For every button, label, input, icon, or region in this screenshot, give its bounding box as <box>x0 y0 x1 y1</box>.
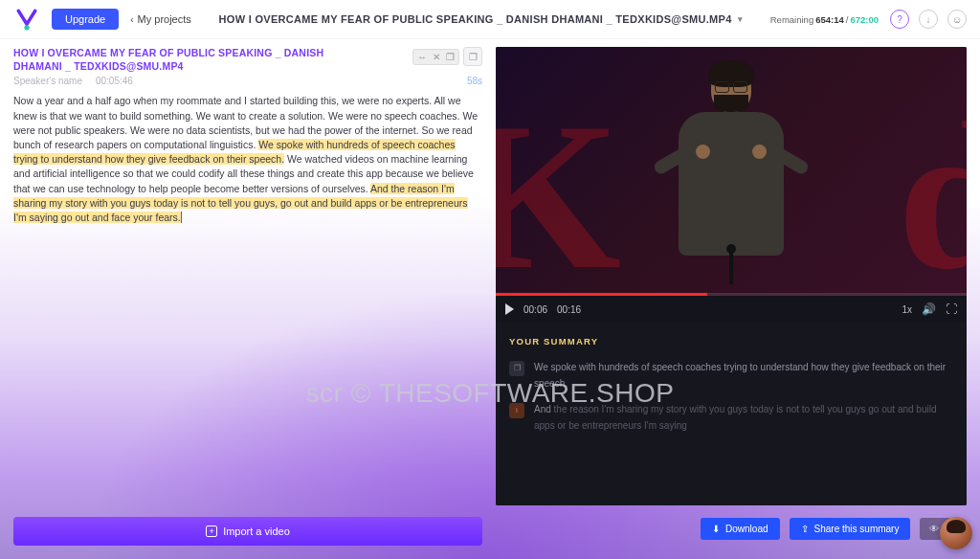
play-button[interactable] <box>505 303 514 315</box>
caret-down-icon: ▾ <box>738 14 743 24</box>
playback-speed[interactable]: 1x <box>902 304 912 315</box>
user-avatar[interactable] <box>940 517 972 549</box>
download-icon[interactable]: ↓ <box>919 10 938 29</box>
back-label: My projects <box>138 13 191 25</box>
svg-point-0 <box>24 25 29 30</box>
download-icon: ⬇ <box>712 524 720 534</box>
microphone-icon <box>729 250 733 284</box>
back-to-projects-link[interactable]: ‹ My projects <box>130 13 191 25</box>
video-progress[interactable] <box>496 293 967 296</box>
transcript-title: HOW I OVERCAME MY FEAR OF PUBLIC SPEAKIN… <box>13 47 358 73</box>
summary-row[interactable]: i And the reason I'm sharing my story wi… <box>509 401 953 434</box>
timestamp: 00:05:46 <box>96 76 133 86</box>
summary-badge: ❐ <box>509 361 524 376</box>
summary-row[interactable]: ❐ We spoke with hundreds of speech coach… <box>509 359 953 391</box>
video-controls: 00:06 00:16 1x 🔊 ⛶ <box>496 296 967 323</box>
speaker-figure <box>659 64 803 275</box>
account-icon[interactable]: ☺ <box>947 10 967 29</box>
import-video-button[interactable]: + Import a video <box>13 517 482 546</box>
video-preview[interactable]: K d <box>496 47 967 296</box>
share-summary-button[interactable]: ⇪ Share this summary <box>790 518 911 540</box>
upgrade-button[interactable]: Upgrade <box>52 9 119 30</box>
app-logo[interactable] <box>13 6 40 33</box>
plus-icon: + <box>206 525 217 537</box>
summary-panel: YOUR SUMMARY ❐ We spoke with hundreds of… <box>496 323 967 505</box>
fullscreen-icon[interactable]: ⛶ <box>946 302 957 316</box>
eye-icon: 👁 <box>929 524 939 534</box>
transcript-meta: Speaker's name 00:05:46 58s <box>13 76 482 86</box>
chevron-left-icon: ‹ <box>130 14 133 25</box>
video-total-time: 00:16 <box>557 304 581 315</box>
volume-icon[interactable]: 🔊 <box>922 302 936 316</box>
summary-heading: YOUR SUMMARY <box>509 334 953 349</box>
action-bar: ⬇ Download ⇪ Share this summary 👁 0 <box>496 511 967 546</box>
video-current-time: 00:06 <box>523 304 547 315</box>
share-icon: ⇪ <box>801 524 809 534</box>
app-header: Upgrade ‹ My projects HOW I OVERCAME MY … <box>0 0 980 39</box>
remaining-time: Remaining 654:14/ 672:00 <box>770 14 879 25</box>
video-card: K d 00:06 00:16 <box>496 47 967 505</box>
move-handle-icon[interactable]: ↔ <box>417 52 427 62</box>
copy-segment-button[interactable]: ❐ <box>463 47 482 66</box>
download-button[interactable]: ⬇ Download <box>701 518 779 540</box>
segment-duration: 58s <box>467 76 482 86</box>
segment-tool-pill: ↔ ✕ ❐ <box>412 49 459 65</box>
delete-segment-icon[interactable]: ✕ <box>433 52 440 62</box>
text-cursor <box>181 212 182 223</box>
transcript-body[interactable]: Now a year and a half ago when my roomma… <box>13 94 482 225</box>
summary-badge: i <box>509 403 524 418</box>
duplicate-segment-icon[interactable]: ❐ <box>446 52 455 62</box>
help-icon[interactable]: ? <box>890 10 909 29</box>
document-title[interactable]: HOW I OVERCAME MY FEAR OF PUBLIC SPEAKIN… <box>203 13 759 25</box>
speaker-name-label: Speaker's name <box>13 76 82 86</box>
